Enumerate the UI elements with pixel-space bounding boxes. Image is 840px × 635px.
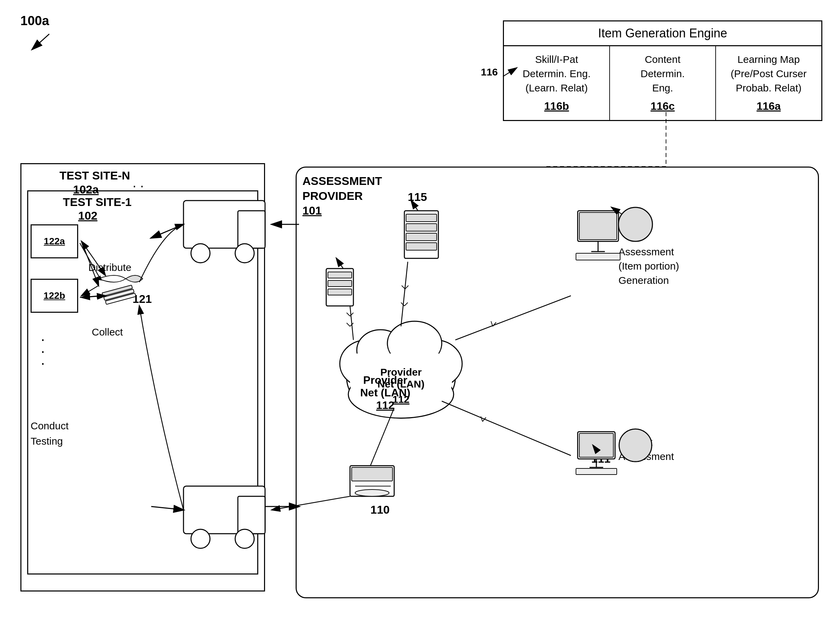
ts-n-title: TEST SITE-N: [60, 169, 130, 182]
ige-title: Item Generation Engine: [504, 21, 821, 46]
ige-col1-ref: 116b: [509, 99, 605, 114]
ts-1-title: TEST SITE-1: [63, 196, 131, 209]
ref-110: 110: [370, 503, 390, 517]
ige-columns: Skill/I-PatDetermin. Eng.(Learn. Relat) …: [504, 46, 821, 120]
ref-121: 121: [133, 292, 152, 306]
assessment-gen-label: Assessment(Item portion)Generation: [619, 245, 679, 287]
ige-col3-text: Learning Map(Pre/Post CurserProbab. Rela…: [731, 54, 806, 93]
svg-line-2: [32, 34, 49, 49]
ts-n-ref: 102a: [73, 183, 99, 196]
provider-net-label: ProviderNet (LAN)112: [360, 374, 411, 412]
box-122a: 122a: [31, 224, 78, 258]
ige-col1-text: Skill/I-PatDetermin. Eng.(Learn. Relat): [523, 54, 591, 93]
diagram: 100a Item Generation Engine Skill/I-PatD…: [0, 0, 840, 635]
ige-box: Item Generation Engine Skill/I-PatDeterm…: [503, 21, 822, 121]
ige-col-3: Learning Map(Pre/Post CurserProbab. Rela…: [716, 46, 821, 120]
ige-col3-ref: 116a: [721, 99, 816, 114]
ige-col2-ref: 116c: [615, 99, 711, 114]
ref-113: 113: [591, 214, 611, 227]
ap-ref: 101: [302, 204, 322, 217]
distribute-label: Distribute: [88, 262, 131, 273]
ige-col2-text: ContentDetermin.Eng.: [641, 54, 685, 93]
label-116: 116: [481, 66, 498, 78]
figure-label: 100a: [21, 14, 49, 28]
conduct-testing: ConductTesting: [31, 418, 69, 449]
collect-label: Collect: [92, 326, 123, 338]
ref-114: 114: [326, 279, 346, 292]
ap-label: ASSESSMENTPROVIDER: [302, 173, 382, 203]
box-122b: 122b: [31, 279, 78, 313]
ref-111: 111: [591, 452, 611, 465]
ige-col-2: ContentDetermin.Eng. 116c: [610, 46, 716, 120]
vdots-ts: ···: [41, 333, 45, 369]
ige-col-1: Skill/I-PatDetermin. Eng.(Learn. Relat) …: [504, 46, 610, 120]
subject-assessment-label: SubjectAssessment: [619, 435, 674, 464]
ts-1-ref: 102: [78, 209, 98, 222]
ref-115: 115: [408, 190, 427, 204]
